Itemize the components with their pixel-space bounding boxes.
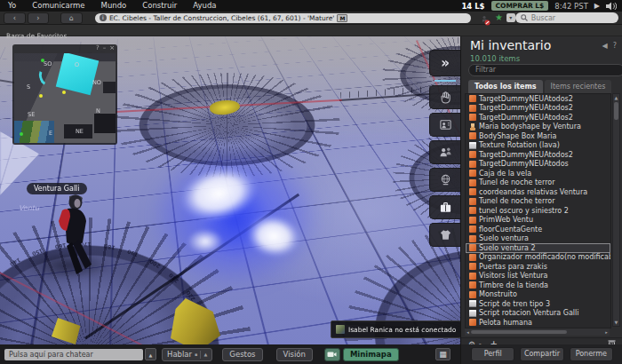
inventory-item[interactable]: Texture Rotation (lava) <box>466 141 610 151</box>
search-box[interactable]: Buscar <box>515 12 618 23</box>
scrollbar-thumb[interactable] <box>614 102 618 120</box>
inventory-action-button[interactable]: Ponerme <box>570 347 613 361</box>
menu-item[interactable]: Mundo <box>93 0 135 12</box>
linden-balance[interactable]: 14 L$ <box>461 2 484 11</box>
item-type-icon <box>469 281 476 289</box>
inventory-item[interactable]: Visitors list Ventura <box>466 272 610 281</box>
inventory-item[interactable]: tunel oscuro y siniestro 2 <box>466 206 610 216</box>
tab-profile[interactable] <box>429 113 460 137</box>
inventory-item[interactable]: Script rotacion Ventura Galli <box>466 309 610 319</box>
compass-label: S <box>27 83 30 91</box>
buy-lindens-button[interactable]: COMPRAR L$ <box>491 1 549 11</box>
gestures-button[interactable]: Gestos <box>222 348 262 361</box>
back-button[interactable]: ‹ <box>4 12 26 24</box>
inventory-item[interactable]: TargetDummyNEUAtodos2 <box>466 113 610 123</box>
talk-caret-icon[interactable]: ▲ <box>203 352 207 357</box>
tab-people[interactable] <box>429 140 460 164</box>
item-label: Visitors list Ventura <box>479 272 547 280</box>
inventory-item[interactable]: Script de tren tipo 3 <box>466 299 610 309</box>
toolbar-grid-icon[interactable]: ▦ <box>435 348 451 360</box>
tab-places[interactable] <box>429 168 460 192</box>
minimap-floater[interactable]: ? – × SO O S NO SE N E NE <box>12 44 117 145</box>
inventory-action-button[interactable]: Compartir <box>520 347 563 361</box>
notification-toast[interactable]: Isabel Ranica no está conectado <box>331 320 461 338</box>
inventory-tab[interactable]: Items recientes <box>545 80 612 93</box>
tab-home[interactable] <box>429 85 460 109</box>
item-type-icon <box>469 273 476 280</box>
menu-item[interactable]: Ayuda <box>185 0 224 12</box>
inventory-item[interactable]: TargetDummyNEUAtodos <box>466 160 610 170</box>
inventory-item[interactable]: Organizador modificado(no modificable) <box>466 253 610 263</box>
horizontal-scrollbar[interactable]: ◂ ▸ <box>465 328 610 336</box>
minimap-yellow-dot <box>39 94 43 98</box>
filter-input[interactable]: Filtrar <box>468 64 622 76</box>
inventory-item[interactable]: Timbre de la tienda <box>466 281 610 290</box>
favorites-bar[interactable]: Barra de Favoritos <box>0 25 622 36</box>
favorite-star-icon[interactable]: ★ <box>495 12 503 23</box>
inventory-item[interactable]: Caja de la vela <box>466 169 610 178</box>
media-play-icon[interactable]: ▶ <box>594 0 600 12</box>
glowing-prim-object[interactable] <box>164 158 307 275</box>
scroll-up-icon[interactable]: ▲ <box>613 94 619 101</box>
location-dropdown-caret[interactable]: ▾ <box>506 13 515 22</box>
sidetray-resize-handle[interactable] <box>435 80 456 82</box>
tab-inventory[interactable] <box>429 195 460 219</box>
minimap-canvas[interactable]: SO O S NO SE N E NE <box>14 53 116 143</box>
scroll-down-icon[interactable]: ▼ <box>613 319 619 326</box>
help-icon[interactable]: ? <box>613 42 617 50</box>
chat-expand-caret[interactable]: ▲ <box>145 348 156 360</box>
vision-button[interactable]: Visión <box>276 348 313 361</box>
inventory-item[interactable]: Tunel de noche terror <box>466 197 610 207</box>
close-icon[interactable]: × <box>109 44 115 52</box>
undock-icon[interactable]: ◀ <box>602 42 608 50</box>
sidetray-collapse-button[interactable]: » <box>429 50 460 76</box>
menu-bar: YoComunicarmeMundoConstruirAyuda 14 L$ C… <box>0 0 622 12</box>
menu-item[interactable]: Comunicarme <box>24 0 92 12</box>
inventory-item[interactable]: floorCuentaGente <box>466 225 610 234</box>
chat-input[interactable]: Pulsa aquí para chatear <box>4 349 143 360</box>
item-label: Suelo ventura 2 <box>479 244 536 252</box>
vertical-scrollbar[interactable]: ▲ ▼ <box>612 93 620 327</box>
volume-icon[interactable] <box>606 2 617 11</box>
item-type-icon <box>469 123 476 131</box>
inventory-item[interactable]: TargetDummyNEUAtodos2 <box>466 150 610 160</box>
tab-appearance[interactable] <box>429 223 460 247</box>
scrollbar-thumb[interactable] <box>471 330 567 334</box>
inventory-item[interactable]: TargetDummyNEUAtodos2 <box>466 94 610 104</box>
inventory-item[interactable]: Pelota humana <box>466 318 610 328</box>
inventory-action-button[interactable]: Perfil <box>471 347 514 361</box>
parcel-info-icon[interactable]: i <box>100 14 107 21</box>
inventory-item[interactable]: Tunel de noche terror <box>466 178 610 188</box>
inventory-item[interactable]: BodyShape Box Maria <box>466 131 610 141</box>
bottom-bar: Pulsa aquí para chatear ▲ Hablar ▪ ▲ Ges… <box>0 344 460 364</box>
minimap-toggle-button[interactable]: Minimapa <box>343 348 399 361</box>
menu-item[interactable]: Yo <box>0 0 24 12</box>
minimize-icon[interactable]: – <box>103 44 107 52</box>
inventory-item[interactable]: Suelo ventura 2 <box>466 243 610 253</box>
inventory-item[interactable]: Monstruito <box>466 290 610 300</box>
inventory-item[interactable]: TargetDummyNEUAtodos2 <box>466 104 610 114</box>
inventory-item[interactable]: Suelo ventura <box>466 234 610 244</box>
item-type-icon <box>469 188 476 195</box>
location-text: EC. Cibeles - Taller de Construccion, Ci… <box>109 14 335 22</box>
inventory-item[interactable]: coordeandas relativas Ventura <box>466 187 610 197</box>
suitcase-icon <box>439 201 452 214</box>
inventory-item[interactable]: PrimWeb Ventu <box>466 216 610 226</box>
menu-item[interactable]: Construir <box>134 0 185 12</box>
item-label: Tunel de noche terror <box>479 178 554 186</box>
home-button[interactable]: ⌂ <box>60 12 83 24</box>
location-bar[interactable]: i EC. Cibeles - Taller de Construccion, … <box>95 13 471 23</box>
inventory-item[interactable]: Puertas para zrakis <box>466 262 610 272</box>
inventory-item[interactable]: Maria bodyshape by Ventura <box>466 123 610 132</box>
item-label: Texture Rotation (lava) <box>479 141 560 149</box>
talk-button[interactable]: Hablar ▪ ▲ <box>162 348 212 361</box>
avatar-nametag: Ventura Galli <box>27 183 87 194</box>
scroll-left-icon[interactable]: ◂ <box>465 329 471 335</box>
panel-title: Mi inventario <box>470 38 551 52</box>
inventory-tab[interactable]: Todos los items <box>468 80 543 93</box>
camera-button[interactable] <box>324 348 340 361</box>
avatar[interactable] <box>43 191 105 276</box>
scroll-right-icon[interactable]: ▸ <box>603 329 610 335</box>
forward-button[interactable]: › <box>28 12 50 24</box>
help-icon[interactable]: ? <box>96 44 100 52</box>
